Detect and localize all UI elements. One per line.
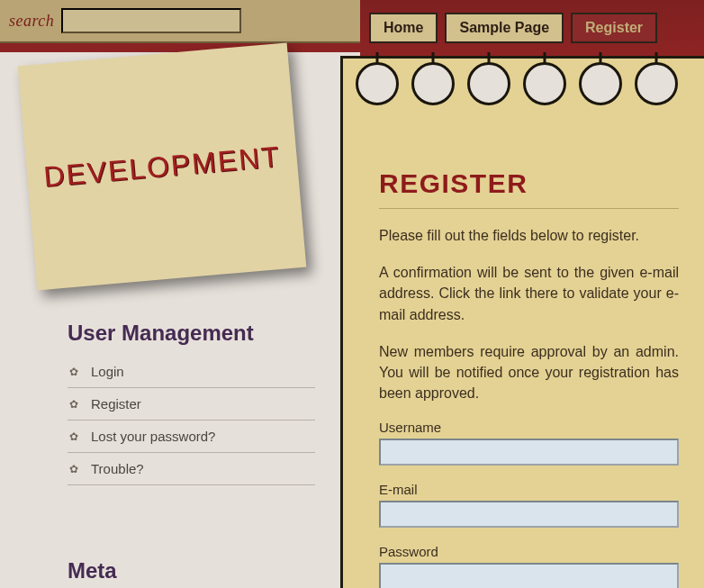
password-label: Password xyxy=(379,544,679,559)
intro-text-1: Please fill out the fields below to regi… xyxy=(379,225,679,246)
page-title: REGISTER xyxy=(379,123,679,209)
email-input[interactable] xyxy=(379,501,679,528)
sidebar-section-user-management: User Management xyxy=(68,321,254,346)
sidebar-item-register[interactable]: Register xyxy=(68,388,315,421)
search-input[interactable] xyxy=(61,8,241,33)
username-input[interactable] xyxy=(379,439,679,466)
sidebar-list: Login Register Lost your password? Troub… xyxy=(68,356,315,485)
username-label: Username xyxy=(379,420,679,435)
hole-icon xyxy=(579,62,622,105)
hole-icon xyxy=(356,62,399,105)
sidebar-item-lost-password[interactable]: Lost your password? xyxy=(68,421,315,453)
nav-home[interactable]: Home xyxy=(369,13,438,43)
top-nav: Home Sample Page Register xyxy=(369,13,657,43)
main-content: REGISTER Please fill out the fields belo… xyxy=(340,56,704,588)
password-input[interactable] xyxy=(379,563,679,588)
sticky-note: DEVELOPMENT xyxy=(18,42,307,290)
search-label: search xyxy=(9,12,54,31)
sidebar-section-meta: Meta xyxy=(68,558,117,583)
hole-icon xyxy=(411,62,455,105)
search-bar: search xyxy=(0,0,360,43)
nav-register[interactable]: Register xyxy=(571,13,657,43)
page-body: Please fill out the fields below to regi… xyxy=(379,225,679,588)
intro-text-2: A confirmation will be sent to the given… xyxy=(379,262,679,325)
sidebar-item-trouble[interactable]: Trouble? xyxy=(68,453,315,485)
notebook-holes xyxy=(350,57,704,111)
email-label: E-mail xyxy=(379,482,679,497)
hole-icon xyxy=(467,62,510,105)
hole-icon xyxy=(523,62,566,105)
intro-text-3: New members require approval by an admin… xyxy=(379,341,679,404)
site-title: DEVELOPMENT xyxy=(42,140,282,194)
hole-icon xyxy=(635,62,678,105)
nav-sample-page[interactable]: Sample Page xyxy=(445,13,564,43)
sidebar-item-login[interactable]: Login xyxy=(68,356,315,388)
